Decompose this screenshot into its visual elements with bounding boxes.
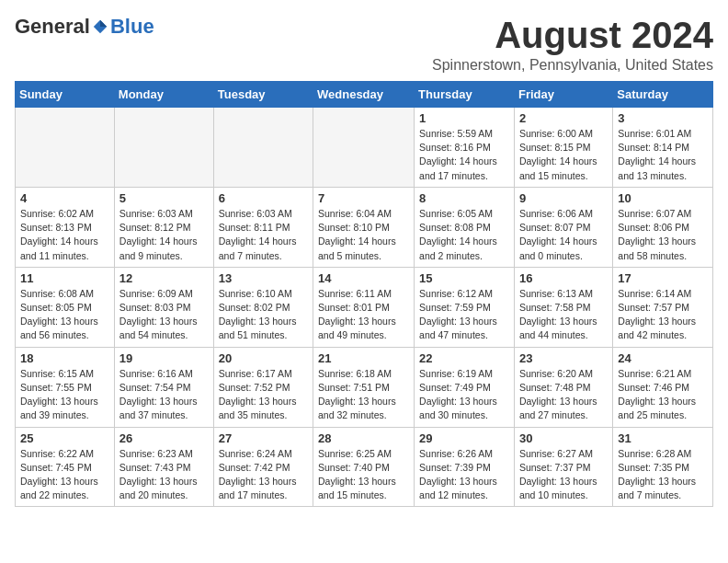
calendar-day-cell: 30Sunrise: 6:27 AMSunset: 7:37 PMDayligh… xyxy=(514,427,612,507)
day-info: Sunrise: 6:18 AMSunset: 7:51 PMDaylight:… xyxy=(318,367,409,423)
calendar-day-cell: 12Sunrise: 6:09 AMSunset: 8:03 PMDayligh… xyxy=(114,267,213,347)
day-number: 2 xyxy=(519,111,608,125)
day-info: Sunrise: 6:11 AMSunset: 8:01 PMDaylight:… xyxy=(318,287,409,343)
day-number: 9 xyxy=(519,191,608,205)
calendar-week-row: 18Sunrise: 6:15 AMSunset: 7:55 PMDayligh… xyxy=(16,347,713,427)
day-info: Sunrise: 6:01 AMSunset: 8:14 PMDaylight:… xyxy=(618,127,708,183)
day-info: Sunrise: 6:17 AMSunset: 7:52 PMDaylight:… xyxy=(219,367,308,423)
calendar-day-cell xyxy=(16,108,115,188)
day-number: 28 xyxy=(318,431,409,445)
day-info: Sunrise: 6:05 AMSunset: 8:08 PMDaylight:… xyxy=(419,207,509,263)
day-info: Sunrise: 5:59 AMSunset: 8:16 PMDaylight:… xyxy=(419,127,509,183)
calendar-day-cell: 19Sunrise: 6:16 AMSunset: 7:54 PMDayligh… xyxy=(114,347,213,427)
day-number: 12 xyxy=(119,271,209,285)
calendar-day-cell: 21Sunrise: 6:18 AMSunset: 7:51 PMDayligh… xyxy=(313,347,415,427)
svg-marker-1 xyxy=(100,20,107,27)
day-number: 5 xyxy=(119,191,209,205)
calendar-day-cell: 20Sunrise: 6:17 AMSunset: 7:52 PMDayligh… xyxy=(213,347,313,427)
day-number: 14 xyxy=(318,271,409,285)
day-number: 26 xyxy=(119,431,209,445)
calendar-day-cell: 29Sunrise: 6:26 AMSunset: 7:39 PMDayligh… xyxy=(415,427,515,507)
calendar-day-cell: 27Sunrise: 6:24 AMSunset: 7:42 PMDayligh… xyxy=(213,427,313,507)
calendar-week-row: 1Sunrise: 5:59 AMSunset: 8:16 PMDaylight… xyxy=(16,108,713,188)
day-info: Sunrise: 6:09 AMSunset: 8:03 PMDaylight:… xyxy=(119,287,209,343)
day-info: Sunrise: 6:23 AMSunset: 7:43 PMDaylight:… xyxy=(119,447,209,503)
page-header: General Blue August 2024 Spinnerstown, P… xyxy=(15,15,713,74)
day-number: 16 xyxy=(519,271,608,285)
day-number: 1 xyxy=(419,111,509,125)
day-number: 6 xyxy=(219,191,308,205)
calendar-day-cell: 25Sunrise: 6:22 AMSunset: 7:45 PMDayligh… xyxy=(16,427,115,507)
day-info: Sunrise: 6:00 AMSunset: 8:15 PMDaylight:… xyxy=(519,127,608,183)
day-info: Sunrise: 6:27 AMSunset: 7:37 PMDaylight:… xyxy=(519,447,608,503)
calendar-day-cell: 28Sunrise: 6:25 AMSunset: 7:40 PMDayligh… xyxy=(313,427,415,507)
day-number: 19 xyxy=(119,351,209,365)
calendar-day-cell: 9Sunrise: 6:06 AMSunset: 8:07 PMDaylight… xyxy=(514,187,612,267)
day-number: 8 xyxy=(419,191,509,205)
day-number: 3 xyxy=(618,111,708,125)
calendar-day-cell: 11Sunrise: 6:08 AMSunset: 8:05 PMDayligh… xyxy=(16,267,115,347)
calendar-day-cell: 26Sunrise: 6:23 AMSunset: 7:43 PMDayligh… xyxy=(114,427,213,507)
day-info: Sunrise: 6:20 AMSunset: 7:48 PMDaylight:… xyxy=(519,367,608,423)
day-info: Sunrise: 6:12 AMSunset: 7:59 PMDaylight:… xyxy=(419,287,509,343)
calendar-day-cell: 3Sunrise: 6:01 AMSunset: 8:14 PMDaylight… xyxy=(613,108,713,188)
calendar-day-cell: 31Sunrise: 6:28 AMSunset: 7:35 PMDayligh… xyxy=(613,427,713,507)
calendar-header-row: SundayMondayTuesdayWednesdayThursdayFrid… xyxy=(16,82,713,108)
day-info: Sunrise: 6:04 AMSunset: 8:10 PMDaylight:… xyxy=(318,207,409,263)
day-number: 4 xyxy=(20,191,109,205)
day-info: Sunrise: 6:16 AMSunset: 7:54 PMDaylight:… xyxy=(119,367,209,423)
day-info: Sunrise: 6:07 AMSunset: 8:06 PMDaylight:… xyxy=(618,207,708,263)
day-number: 27 xyxy=(219,431,308,445)
day-info: Sunrise: 6:24 AMSunset: 7:42 PMDaylight:… xyxy=(219,447,308,503)
day-info: Sunrise: 6:03 AMSunset: 8:11 PMDaylight:… xyxy=(219,207,308,263)
day-info: Sunrise: 6:13 AMSunset: 7:58 PMDaylight:… xyxy=(519,287,608,343)
day-number: 18 xyxy=(20,351,109,365)
day-info: Sunrise: 6:19 AMSunset: 7:49 PMDaylight:… xyxy=(419,367,509,423)
day-info: Sunrise: 6:28 AMSunset: 7:35 PMDaylight:… xyxy=(618,447,708,503)
calendar-day-cell: 16Sunrise: 6:13 AMSunset: 7:58 PMDayligh… xyxy=(514,267,612,347)
day-info: Sunrise: 6:03 AMSunset: 8:12 PMDaylight:… xyxy=(119,207,209,263)
day-number: 17 xyxy=(618,271,708,285)
day-number: 25 xyxy=(20,431,109,445)
calendar-day-cell: 4Sunrise: 6:02 AMSunset: 8:13 PMDaylight… xyxy=(16,187,115,267)
column-header-tuesday: Tuesday xyxy=(213,82,313,108)
calendar-day-cell: 17Sunrise: 6:14 AMSunset: 7:57 PMDayligh… xyxy=(613,267,713,347)
column-header-friday: Friday xyxy=(514,82,612,108)
calendar-day-cell: 14Sunrise: 6:11 AMSunset: 8:01 PMDayligh… xyxy=(313,267,415,347)
column-header-saturday: Saturday xyxy=(613,82,713,108)
calendar-day-cell: 5Sunrise: 6:03 AMSunset: 8:12 PMDaylight… xyxy=(114,187,213,267)
logo-icon xyxy=(92,18,108,35)
calendar-week-row: 25Sunrise: 6:22 AMSunset: 7:45 PMDayligh… xyxy=(16,427,713,507)
logo: General Blue xyxy=(15,15,154,39)
day-number: 22 xyxy=(419,351,509,365)
calendar-day-cell: 10Sunrise: 6:07 AMSunset: 8:06 PMDayligh… xyxy=(613,187,713,267)
calendar-day-cell: 23Sunrise: 6:20 AMSunset: 7:48 PMDayligh… xyxy=(514,347,612,427)
column-header-monday: Monday xyxy=(114,82,213,108)
logo-blue-text: Blue xyxy=(110,15,154,39)
day-number: 31 xyxy=(618,431,708,445)
location-subtitle: Spinnerstown, Pennsylvania, United State… xyxy=(432,57,713,74)
day-info: Sunrise: 6:08 AMSunset: 8:05 PMDaylight:… xyxy=(20,287,109,343)
day-info: Sunrise: 6:02 AMSunset: 8:13 PMDaylight:… xyxy=(20,207,109,263)
column-header-wednesday: Wednesday xyxy=(313,82,415,108)
day-number: 10 xyxy=(618,191,708,205)
calendar-week-row: 11Sunrise: 6:08 AMSunset: 8:05 PMDayligh… xyxy=(16,267,713,347)
calendar-day-cell: 1Sunrise: 5:59 AMSunset: 8:16 PMDaylight… xyxy=(415,108,515,188)
calendar-day-cell xyxy=(114,108,213,188)
calendar-day-cell: 6Sunrise: 6:03 AMSunset: 8:11 PMDaylight… xyxy=(213,187,313,267)
calendar-day-cell: 24Sunrise: 6:21 AMSunset: 7:46 PMDayligh… xyxy=(613,347,713,427)
calendar-day-cell: 8Sunrise: 6:05 AMSunset: 8:08 PMDaylight… xyxy=(415,187,515,267)
calendar-table: SundayMondayTuesdayWednesdayThursdayFrid… xyxy=(15,81,713,507)
day-number: 15 xyxy=(419,271,509,285)
column-header-thursday: Thursday xyxy=(415,82,515,108)
day-number: 21 xyxy=(318,351,409,365)
title-block: August 2024 Spinnerstown, Pennsylvania, … xyxy=(432,15,713,74)
calendar-day-cell: 7Sunrise: 6:04 AMSunset: 8:10 PMDaylight… xyxy=(313,187,415,267)
day-info: Sunrise: 6:25 AMSunset: 7:40 PMDaylight:… xyxy=(318,447,409,503)
day-info: Sunrise: 6:22 AMSunset: 7:45 PMDaylight:… xyxy=(20,447,109,503)
day-number: 30 xyxy=(519,431,608,445)
day-info: Sunrise: 6:21 AMSunset: 7:46 PMDaylight:… xyxy=(618,367,708,423)
calendar-day-cell: 18Sunrise: 6:15 AMSunset: 7:55 PMDayligh… xyxy=(16,347,115,427)
calendar-day-cell: 13Sunrise: 6:10 AMSunset: 8:02 PMDayligh… xyxy=(213,267,313,347)
calendar-day-cell xyxy=(213,108,313,188)
